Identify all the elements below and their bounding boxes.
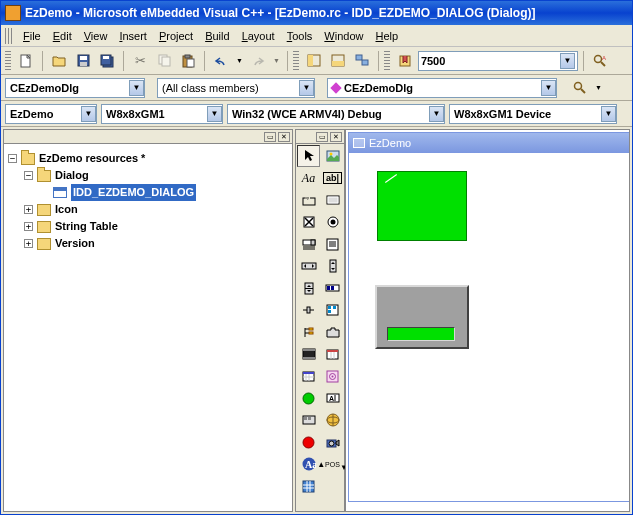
filter-combo[interactable]: (All class members) ▼ xyxy=(157,78,315,98)
new-button[interactable] xyxy=(15,50,37,72)
expand-icon[interactable]: + xyxy=(24,222,33,231)
camera-tool[interactable] xyxy=(321,431,344,453)
group-tool[interactable]: xy xyxy=(297,189,320,211)
checkbox-tool[interactable] xyxy=(297,211,320,233)
tree-dialog-item[interactable]: IDD_EZDEMO_DIALOG xyxy=(8,184,288,201)
bookmark-button[interactable] xyxy=(394,50,416,72)
stop-tool[interactable] xyxy=(297,387,320,409)
button-tool[interactable] xyxy=(321,189,344,211)
animate-tool[interactable] xyxy=(297,343,320,365)
window-list-button[interactable] xyxy=(351,50,373,72)
radio-tool[interactable] xyxy=(321,211,344,233)
tree-icon-folder[interactable]: + Icon xyxy=(8,201,288,218)
tree-root[interactable]: − EzDemo resources * xyxy=(8,150,288,167)
monthcal-tool[interactable] xyxy=(297,365,320,387)
datetime-tool[interactable] xyxy=(321,343,344,365)
output-button[interactable] xyxy=(327,50,349,72)
save-all-button[interactable] xyxy=(96,50,118,72)
menu-project[interactable]: Project xyxy=(153,28,199,44)
grid-tool[interactable] xyxy=(297,475,320,497)
chevron-down-icon[interactable]: ▼ xyxy=(541,80,556,96)
config-combo[interactable]: Win32 (WCE ARMV4I) Debug ▼ xyxy=(227,104,445,124)
find-button[interactable]: A xyxy=(589,50,611,72)
bar-grip[interactable] xyxy=(561,79,565,97)
resource-tree[interactable]: − EzDemo resources * − Dialog IDD_EZDEMO… xyxy=(4,144,292,258)
capedit-tool[interactable]: A xyxy=(321,387,344,409)
listbox-tool[interactable] xyxy=(321,233,344,255)
bar-grip[interactable] xyxy=(319,79,323,97)
menu-file[interactable]: File xyxy=(17,28,47,44)
zoom-combo[interactable]: 7500 ▼ xyxy=(418,51,578,71)
record-tool[interactable] xyxy=(297,431,320,453)
paste-button[interactable] xyxy=(177,50,199,72)
class-combo[interactable]: CEzDemoDlg ▼ xyxy=(5,78,145,98)
picture-tool[interactable] xyxy=(321,145,344,167)
tree-string-folder[interactable]: + String Table xyxy=(8,218,288,235)
menu-edit[interactable]: Edit xyxy=(47,28,78,44)
chevron-down-icon[interactable]: ▼ xyxy=(560,53,575,69)
pointer-tool[interactable] xyxy=(297,145,320,167)
chevron-down-icon[interactable]: ▼ xyxy=(299,80,314,96)
collapse-icon[interactable]: − xyxy=(24,171,33,180)
dialog-preview[interactable]: EzDemo xyxy=(348,132,630,502)
htmlview-tool[interactable] xyxy=(321,409,344,431)
chevron-down-icon[interactable]: ▼ xyxy=(601,106,616,122)
member-combo[interactable]: CEzDemoDlg ▼ xyxy=(327,78,557,98)
progress-tool[interactable] xyxy=(321,277,344,299)
cut-button[interactable]: ✂ xyxy=(129,50,151,72)
commandbar-tool[interactable] xyxy=(297,409,320,431)
redo-button[interactable] xyxy=(247,50,269,72)
progress-control[interactable] xyxy=(387,327,455,341)
copy-button[interactable] xyxy=(153,50,175,72)
panel-control[interactable] xyxy=(375,285,469,349)
toolbar-grip[interactable] xyxy=(5,51,11,71)
chevron-down-icon[interactable]: ▼ xyxy=(207,106,222,122)
edit-tool[interactable]: ab| xyxy=(321,167,344,189)
project-combo[interactable]: EzDemo ▼ xyxy=(5,104,97,124)
menu-view[interactable]: View xyxy=(78,28,114,44)
panel-pin-button[interactable]: ▭ xyxy=(264,132,276,142)
toolbar-grip-3[interactable] xyxy=(384,51,390,71)
menu-window[interactable]: Window xyxy=(318,28,369,44)
menu-insert[interactable]: Insert xyxy=(113,28,153,44)
static-text-tool[interactable]: Aa xyxy=(297,167,320,189)
design-surface[interactable]: EzDemo xyxy=(345,129,630,512)
combobox-tool[interactable] xyxy=(297,233,320,255)
workspace-button[interactable] xyxy=(303,50,325,72)
menu-tools[interactable]: Tools xyxy=(281,28,319,44)
expand-icon[interactable]: + xyxy=(24,239,33,248)
expand-icon[interactable]: + xyxy=(24,205,33,214)
listctrl-tool[interactable] xyxy=(321,299,344,321)
treectrl-tool[interactable] xyxy=(297,321,320,343)
sdk-combo[interactable]: W8x8xGM1 ▼ xyxy=(101,104,223,124)
dialog-body[interactable] xyxy=(349,153,630,501)
device-combo[interactable]: W8x8xGM1 Device ▼ xyxy=(449,104,617,124)
save-button[interactable] xyxy=(72,50,94,72)
menu-help[interactable]: Help xyxy=(370,28,405,44)
panel-close-button[interactable]: ✕ xyxy=(278,132,290,142)
redo-dropdown[interactable]: ▼ xyxy=(271,57,282,64)
pos-tool[interactable]: ▲POS▼ xyxy=(321,453,344,475)
menu-layout[interactable]: Layout xyxy=(236,28,281,44)
chevron-down-icon[interactable]: ▼ xyxy=(129,80,144,96)
open-button[interactable] xyxy=(48,50,70,72)
undo-button[interactable] xyxy=(210,50,232,72)
green-control[interactable] xyxy=(377,171,467,241)
hscroll-tool[interactable] xyxy=(297,255,320,277)
tab-tool[interactable] xyxy=(321,321,344,343)
bar-grip[interactable] xyxy=(149,79,153,97)
panel-pin-button[interactable]: ▭ xyxy=(316,132,328,142)
slider-tool[interactable] xyxy=(297,299,320,321)
toolbar-grip-2[interactable] xyxy=(293,51,299,71)
tree-dialog-folder[interactable]: − Dialog xyxy=(8,167,288,184)
tree-version-folder[interactable]: + Version xyxy=(8,235,288,252)
vscroll-tool[interactable] xyxy=(321,255,344,277)
goto-dropdown[interactable]: ▼ xyxy=(595,84,602,91)
menubar-grip[interactable] xyxy=(5,28,13,44)
panel-close-button[interactable]: ✕ xyxy=(330,132,342,142)
undo-dropdown[interactable]: ▼ xyxy=(234,57,245,64)
custom-tool[interactable] xyxy=(321,365,344,387)
goto-button[interactable] xyxy=(569,77,591,99)
spin-tool[interactable] xyxy=(297,277,320,299)
menu-build[interactable]: Build xyxy=(199,28,235,44)
